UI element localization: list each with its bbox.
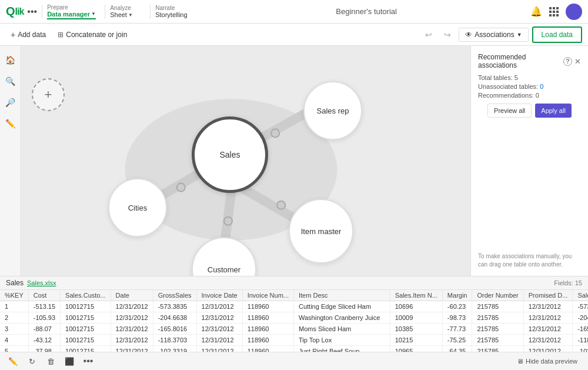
graph-canvas: + Sales Sales rep Cities Customer Item m… (21, 46, 470, 276)
home-icon-btn[interactable]: 🏠 (2, 52, 19, 68)
node-cities[interactable]: Cities (108, 178, 167, 237)
table-cell: 118960 (242, 301, 293, 312)
table-cell: 4 (0, 335, 28, 346)
table-container[interactable]: %KEYCostSales.Custo...DateGrossSalesInvo… (0, 290, 588, 352)
data-table: %KEYCostSales.Custo...DateGrossSalesInvo… (0, 290, 588, 352)
table-row: 1-513.151001271512/31/2012-573.383512/31… (0, 301, 588, 312)
table-cell: -64.35 (442, 346, 472, 352)
refresh-tool-button[interactable]: ↻ (25, 354, 39, 368)
analyze-section[interactable]: Analyze Sheet ▼ (110, 5, 145, 18)
table-header-cell: Sales.Item N... (390, 290, 442, 301)
data-preview-fields: Fields: 15 (554, 279, 582, 286)
table-cell: 10012715 (61, 335, 111, 346)
table-cell: 12/31/2012 (111, 324, 153, 335)
table-cell: -60.23 (442, 301, 472, 312)
preview-all-button[interactable]: Preview all (487, 104, 532, 118)
table-cell: 12/31/2012 (523, 324, 573, 335)
table-header-cell: Margin (442, 290, 472, 301)
table-cell: 5 (0, 346, 28, 352)
concat-icon: ⊞ (58, 31, 64, 39)
table-cell: 12/31/2012 (111, 346, 153, 352)
rec-stats: Total tables: 5 Unassociated tables: 0 R… (478, 74, 581, 99)
svg-point-8 (277, 201, 285, 209)
table-cell: -88.07 (28, 324, 60, 335)
undo-button[interactable]: ↩ (421, 27, 436, 42)
table-cell: 118960 (242, 312, 293, 324)
table-row: 5-37.981001271512/31/2012-102.331912/31/… (0, 346, 588, 352)
table-cell: -204.6638 (153, 312, 196, 324)
table-cell: 10012715 (61, 324, 111, 335)
header-menu-dots[interactable]: ••• (27, 6, 37, 17)
table-cell: Moms Sliced Ham (293, 324, 390, 335)
header: Q lik ••• Prepare Data manager ▼ Analyze… (0, 0, 588, 24)
table-header-cell: Order Number (472, 290, 523, 301)
search-icon-btn[interactable]: 🔍 (2, 73, 19, 89)
table-cell: 10009 (390, 312, 442, 324)
add-table-button[interactable]: + (32, 78, 65, 111)
table-cell: -102.33 (573, 346, 588, 352)
add-tool-button[interactable]: ⬛ (62, 354, 76, 368)
table-cell: Cutting Edge Sliced Ham (293, 301, 390, 312)
node-itemmaster[interactable]: Item master (289, 199, 353, 264)
data-preview-toolbar: ✏️ ↻ 🗑 ⬛ ••• 🖥 Hide data preview (0, 352, 588, 370)
main-toolbar: + Add data ⊞ Concatenate or join ↩ ↪ 👁 A… (0, 24, 588, 46)
table-cell: -77.73 (442, 324, 472, 335)
apply-all-button[interactable]: Apply all (535, 104, 572, 118)
table-cell: 12/31/2012 (523, 312, 573, 324)
table-cell: 12/31/2012 (196, 312, 242, 324)
zoom-icon-btn[interactable]: 🔎 (2, 94, 19, 111)
hide-preview-button[interactable]: 🖥 Hide data preview (512, 355, 582, 367)
pencil-icon-btn[interactable]: ✏️ (2, 115, 19, 132)
rec-hint: To make associations manually, you can d… (478, 252, 581, 269)
table-cell: 215785 (472, 346, 523, 352)
analyze-label: Analyze (110, 5, 131, 11)
total-tables-value: 5 (514, 74, 518, 81)
table-cell: 10385 (390, 324, 442, 335)
node-salesrep[interactable]: Sales rep (303, 81, 362, 140)
table-cell: 118960 (242, 335, 293, 346)
table-cell: 10215 (390, 335, 442, 346)
redo-button[interactable]: ↪ (440, 27, 455, 42)
table-cell: 12/31/2012 (196, 346, 242, 352)
bell-icon[interactable]: 🔔 (530, 6, 542, 17)
concat-join-button[interactable]: ⊞ Concatenate or join (53, 28, 132, 41)
table-header-cell: Sales (573, 290, 588, 301)
rec-panel-header: Recommended associations ? ✕ (478, 53, 581, 69)
prepare-section[interactable]: Prepare Data manager ▼ (47, 4, 100, 19)
svg-line-3 (225, 194, 231, 241)
table-row: 4-43.121001271512/31/2012-118.370312/31/… (0, 335, 588, 346)
table-header-cell: Sales.Custo... (61, 290, 111, 301)
table-cell: 118960 (242, 324, 293, 335)
load-data-button[interactable]: Load data (532, 26, 582, 43)
table-cell: -98.73 (442, 312, 472, 324)
delete-tool-button[interactable]: 🗑 (44, 354, 58, 368)
qlik-wordmark: lik (15, 6, 24, 17)
table-cell: 12/31/2012 (196, 301, 242, 312)
table-cell: 12/31/2012 (523, 346, 573, 352)
rec-buttons: Preview all Apply all (478, 104, 581, 118)
rec-help-icon[interactable]: ? (563, 57, 572, 66)
narrate-label: Narrate (155, 5, 175, 11)
node-customer[interactable]: Customer (192, 237, 256, 276)
table-header-cell: %KEY (0, 290, 28, 301)
table-cell: Tip Top Lox (293, 335, 390, 346)
table-cell: -118.37 (573, 335, 588, 346)
table-cell: -102.3319 (153, 346, 196, 352)
rec-close-icon[interactable]: ✕ (574, 57, 581, 66)
associations-button[interactable]: 👁 Associations ▼ (459, 28, 528, 42)
add-data-button[interactable]: + Add data (6, 28, 51, 42)
more-tool-button[interactable]: ••• (81, 354, 95, 368)
data-preview-subtitle[interactable]: Sales.xlsx (27, 279, 56, 286)
table-cell: Washington Cranberry Juice (293, 312, 390, 324)
narrate-value: Storytelling (155, 11, 187, 18)
header-title: Beginner's tutorial (207, 7, 526, 16)
node-sales[interactable]: Sales (192, 116, 268, 193)
recommendations-value: 0 (536, 92, 539, 99)
qlik-logo: Q (6, 5, 14, 18)
avatar[interactable] (566, 4, 582, 20)
grid-icon[interactable] (548, 6, 560, 18)
table-header-cell: Invoice Num... (242, 290, 293, 301)
narrate-section[interactable]: Narrate Storytelling (155, 5, 202, 18)
data-preview-header: Sales Sales.xlsx Fields: 15 (0, 276, 588, 290)
edit-tool-button[interactable]: ✏️ (6, 354, 20, 368)
